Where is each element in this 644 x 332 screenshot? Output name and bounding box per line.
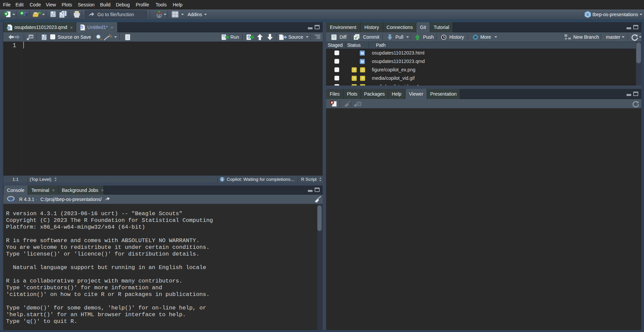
svg-text:R: R [586,12,589,16]
svg-text:R: R [80,26,83,29]
svg-text:R: R [9,197,13,203]
